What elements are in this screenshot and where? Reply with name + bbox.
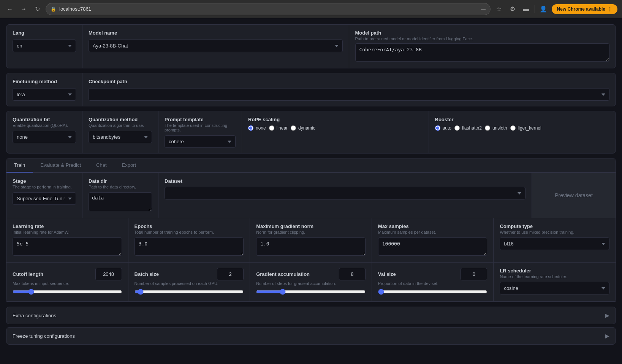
learning-rate-input[interactable]: 5e-5 (13, 237, 122, 256)
tab-export[interactable]: Export (114, 158, 144, 173)
quant-method-label: Quantization method (89, 117, 152, 122)
lr-scheduler-segment: LR scheduler Name of the learning rate s… (494, 263, 616, 301)
val-size-segment: Val size Proportion of data in the dev s… (372, 263, 494, 301)
epochs-label: Epochs (135, 223, 244, 229)
booster-unsloth-radio[interactable] (485, 125, 490, 131)
lang-select[interactable]: en zh fr (13, 40, 76, 52)
new-chrome-label: New Chrome available (557, 6, 605, 12)
max-grad-norm-segment: Maximum gradient norm Norm for gradient … (250, 218, 372, 262)
extensions-puzzle-icon[interactable]: ▬ (521, 4, 532, 14)
tab-evaluate[interactable]: Evaluate & Predict (33, 158, 89, 173)
dataset-select[interactable] (165, 187, 525, 199)
booster-auto-radio[interactable] (435, 125, 440, 131)
tab-content-train: Stage The stage to perform in training. … (6, 173, 616, 302)
stage-label: Stage (13, 178, 76, 184)
tab-train[interactable]: Train (6, 158, 33, 173)
booster-flashattn2-option[interactable]: flashattn2 (454, 125, 482, 131)
epochs-input[interactable]: 3.0 (135, 237, 244, 256)
prompt-template-select[interactable]: cohere llama3 mistral default (165, 135, 236, 148)
back-button[interactable]: ← (5, 4, 15, 14)
booster-auto-option[interactable]: auto (435, 125, 451, 131)
rope-none-radio[interactable] (248, 125, 253, 131)
data-dir-input[interactable]: data (89, 192, 152, 211)
extra-configurations-chevron-icon: ▶ (605, 312, 609, 318)
tab-chat[interactable]: Chat (89, 158, 114, 173)
checkpoint-segment: Checkpoint path (82, 73, 616, 106)
profile-icon[interactable]: 👤 (538, 4, 549, 14)
model-path-label: Model path (355, 30, 610, 36)
dataset-label: Dataset (165, 178, 525, 184)
preview-dataset-button[interactable]: Preview dataset (555, 192, 593, 198)
compute-type-desc: Whether to use mixed precision training. (500, 230, 609, 234)
quant-bit-label: Quantization bit (13, 117, 76, 122)
address-bar[interactable]: 🔒 localhost:7861 ⸻ (46, 3, 491, 15)
finetuning-select[interactable]: lora full freeze (13, 88, 76, 101)
checkpoint-select[interactable] (89, 88, 609, 101)
quant-bit-select[interactable]: none 4 8 (13, 131, 76, 143)
compute-type-select[interactable]: bf16 fp16 fp32 pure_bf16 (500, 237, 609, 250)
stage-segment: Stage The stage to perform in training. … (6, 173, 82, 218)
quant-bit-segment: Quantization bit Enable quantization (QL… (6, 111, 82, 153)
chrome-actions: ☆ ⚙ ▬ 👤 New Chrome available ⋮ (494, 4, 617, 14)
rope-linear-option[interactable]: linear (269, 125, 288, 131)
freeze-tuning-configurations-row[interactable]: Freeze tuning configurations ▶ (6, 327, 616, 345)
dataset-segment: Dataset (158, 173, 532, 218)
gradient-accumulation-header: Gradient accumulation (256, 268, 366, 280)
booster-liger-option[interactable]: liger_kernel (510, 125, 541, 131)
cutoff-length-slider[interactable] (13, 289, 122, 295)
cutoff-length-header: Cutoff length (13, 268, 122, 280)
main-content: Lang en zh fr Model name Aya-23-8B-Chat … (0, 18, 622, 364)
rope-linear-radio[interactable] (269, 125, 274, 131)
max-samples-input[interactable]: 100000 (378, 237, 487, 256)
new-chrome-button[interactable]: New Chrome available ⋮ (552, 4, 617, 14)
data-dir-label: Data dir (89, 178, 152, 184)
preview-dataset-segment[interactable]: Preview dataset (532, 173, 616, 218)
cutoff-length-desc: Max tokens in input sequence. (13, 281, 122, 286)
row1-card: Lang en zh fr Model name Aya-23-8B-Chat … (6, 24, 616, 68)
rope-dynamic-radio[interactable] (291, 125, 296, 131)
lr-scheduler-desc: Name of the learning rate scheduler. (500, 274, 609, 279)
model-path-input[interactable]: CohereForAI/aya-23-8B (355, 43, 610, 62)
prompt-template-label: Prompt template (165, 117, 236, 122)
learning-rate-label: Learning rate (13, 223, 122, 229)
batch-size-slider[interactable] (135, 289, 244, 295)
val-size-label: Val size (378, 271, 396, 277)
gradient-accumulation-slider[interactable] (256, 289, 366, 295)
max-grad-norm-label: Maximum gradient norm (256, 223, 366, 229)
booster-flashattn2-radio[interactable] (454, 125, 460, 131)
tabs-container: Train Evaluate & Predict Chat Export (6, 158, 616, 173)
val-size-slider[interactable] (378, 289, 487, 295)
batch-size-header: Batch size (135, 268, 244, 280)
learning-rate-desc: Initial learning rate for AdamW. (13, 230, 122, 234)
gradient-accumulation-value-input[interactable] (339, 268, 366, 280)
quant-method-select[interactable]: bitsandbytes gptq awq (89, 131, 152, 143)
rope-none-option[interactable]: none (248, 125, 266, 131)
divider (535, 5, 535, 13)
finetuning-label: Finetuning method (13, 79, 76, 84)
refresh-button[interactable]: ↻ (32, 4, 43, 14)
train-row1: Stage The stage to perform in training. … (6, 173, 616, 218)
quant-method-segment: Quantization method Quantization algorit… (82, 111, 158, 153)
forward-button[interactable]: → (18, 4, 29, 14)
max-samples-segment: Max samples Maximum samples per dataset.… (372, 218, 494, 262)
stage-select[interactable]: Supervised Fine-Tuning Pre-Training RLHF… (13, 192, 76, 205)
extra-configurations-row[interactable]: Extra configurations ▶ (6, 307, 616, 324)
batch-size-label: Batch size (135, 271, 159, 277)
bookmark-button[interactable]: ☆ (494, 4, 504, 14)
rope-scaling-radio-group: none linear dynamic (248, 125, 423, 131)
batch-size-segment: Batch size Number of samples processed o… (128, 263, 250, 301)
booster-unsloth-option[interactable]: unsloth (485, 125, 507, 131)
epochs-desc: Total number of training epochs to perfo… (135, 230, 244, 234)
max-grad-norm-input[interactable]: 1.0 (256, 237, 366, 256)
lr-scheduler-select[interactable]: cosine linear constant polynomial (500, 282, 609, 294)
cursor-icon: ⸻ (481, 6, 486, 12)
val-size-value-input[interactable] (461, 268, 487, 280)
cutoff-length-value-input[interactable] (95, 268, 122, 280)
batch-size-value-input[interactable] (217, 268, 244, 280)
extension-icon[interactable]: ⚙ (507, 4, 518, 14)
rope-dynamic-option[interactable]: dynamic (291, 125, 315, 131)
new-chrome-menu-icon: ⋮ (608, 6, 612, 12)
model-name-select[interactable]: Aya-23-8B-Chat LLaMA-3 Mistral-7B (89, 40, 343, 52)
max-samples-label: Max samples (378, 223, 487, 229)
booster-liger-radio[interactable] (510, 125, 516, 131)
